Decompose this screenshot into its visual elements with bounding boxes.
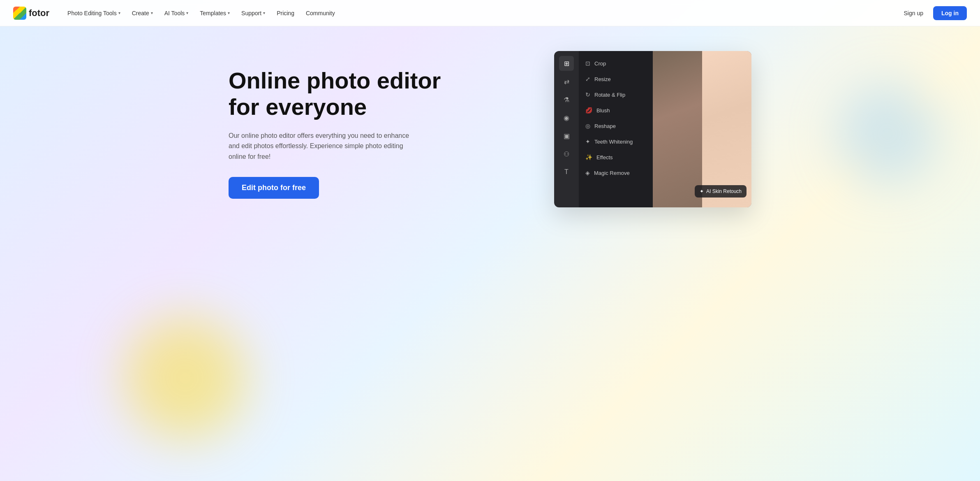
nav-item-templates[interactable]: Templates ▾ xyxy=(195,7,235,20)
logo-icon xyxy=(13,7,26,20)
tool-label: Rotate & Flip xyxy=(594,92,625,98)
tool-magic-remove[interactable]: ◈Magic Remove xyxy=(579,165,653,180)
sidebar-icon-eye[interactable]: ◉ xyxy=(559,110,574,125)
tool-icon: ✦ xyxy=(585,138,590,145)
navbar: fotor Photo Editing Tools ▾Create ▾AI To… xyxy=(0,0,980,26)
ai-skin-retouch-badge: ✦ AI Skin Retouch xyxy=(695,185,747,198)
signup-button[interactable]: Sign up xyxy=(899,7,928,20)
sidebar-icon-flask[interactable]: ⚗ xyxy=(559,92,574,107)
tool-icon: ◎ xyxy=(585,123,590,129)
nav-item-community[interactable]: Community xyxy=(301,7,340,20)
nav-items: Photo Editing Tools ▾Create ▾AI Tools ▾T… xyxy=(62,7,899,20)
tool-label: Blush xyxy=(596,107,610,114)
sidebar-icon-grid[interactable]: ⊞ xyxy=(559,56,574,71)
nav-right: Sign up Log in xyxy=(899,6,967,20)
tool-icon: ◈ xyxy=(585,170,590,176)
tool-label: Effects xyxy=(596,154,613,160)
tool-blush[interactable]: 💋Blush xyxy=(579,103,653,118)
editor-mockup: ⊞ ⇄ ⚗ ◉ ▣ ⚇ T ⊡Crop⤢Resize↻Rotate & Flip… xyxy=(554,51,751,207)
tool-effects[interactable]: ✨Effects xyxy=(579,150,653,165)
tool-label: Reshape xyxy=(594,123,616,129)
chevron-down-icon: ▾ xyxy=(118,11,120,15)
hero-title: Online photo editor for everyone xyxy=(229,67,442,121)
chevron-down-icon: ▾ xyxy=(228,11,230,15)
hero-right: ⊞ ⇄ ⚗ ◉ ▣ ⚇ T ⊡Crop⤢Resize↻Rotate & Flip… xyxy=(459,51,751,207)
hero-description: Our online photo editor offers everythin… xyxy=(229,130,409,162)
edit-photo-cta[interactable]: Edit photo for free xyxy=(229,177,319,199)
login-button[interactable]: Log in xyxy=(933,6,967,20)
logo-text: fotor xyxy=(29,8,49,19)
chevron-down-icon: ▾ xyxy=(186,11,188,15)
tool-icon: ✨ xyxy=(585,154,592,160)
nav-item-photo-editing-tools[interactable]: Photo Editing Tools ▾ xyxy=(62,7,125,20)
tool-teeth-whitening[interactable]: ✦Teeth Whitening xyxy=(579,134,653,149)
chevron-down-icon: ▾ xyxy=(151,11,153,15)
nav-item-support[interactable]: Support ▾ xyxy=(236,7,270,20)
tool-reshape[interactable]: ◎Reshape xyxy=(579,119,653,133)
logo[interactable]: fotor xyxy=(13,7,49,20)
editor-sidebar: ⊞ ⇄ ⚗ ◉ ▣ ⚇ T xyxy=(554,51,579,207)
tool-label: Resize xyxy=(594,76,611,82)
editor-tools-panel: ⊡Crop⤢Resize↻Rotate & Flip💋Blush◎Reshape… xyxy=(579,51,653,207)
hero-left: Online photo editor for everyone Our onl… xyxy=(229,59,442,199)
tool-rotate-&-flip[interactable]: ↻Rotate & Flip xyxy=(579,87,653,102)
sidebar-icon-sliders[interactable]: ⇄ xyxy=(559,74,574,89)
sidebar-icon-text[interactable]: T xyxy=(559,165,574,179)
canvas-image xyxy=(653,51,751,207)
tool-crop[interactable]: ⊡Crop xyxy=(579,56,653,71)
tool-label: Crop xyxy=(594,60,606,67)
nav-item-ai-tools[interactable]: AI Tools ▾ xyxy=(159,7,194,20)
hero-section: Online photo editor for everyone Our onl… xyxy=(0,0,980,481)
ai-badge-icon: ✦ xyxy=(700,188,704,194)
blob-blue xyxy=(836,82,939,185)
face-after xyxy=(702,51,751,207)
tool-icon: 💋 xyxy=(585,107,592,114)
hero-inner: Online photo editor for everyone Our onl… xyxy=(202,26,778,224)
ai-badge-text: AI Skin Retouch xyxy=(706,188,742,194)
sidebar-icon-rect[interactable]: ▣ xyxy=(559,128,574,143)
editor-canvas: ✦ AI Skin Retouch xyxy=(653,51,751,207)
nav-item-pricing[interactable]: Pricing xyxy=(272,7,299,20)
tool-label: Magic Remove xyxy=(594,170,630,176)
sidebar-icon-people[interactable]: ⚇ xyxy=(559,146,574,161)
tool-label: Teeth Whitening xyxy=(594,139,633,145)
tool-icon: ↻ xyxy=(585,91,590,98)
blob-yellow xyxy=(123,316,247,440)
tool-icon: ⤢ xyxy=(585,76,590,82)
nav-item-create[interactable]: Create ▾ xyxy=(127,7,158,20)
chevron-down-icon: ▾ xyxy=(263,11,265,15)
tool-icon: ⊡ xyxy=(585,60,590,67)
tool-resize[interactable]: ⤢Resize xyxy=(579,72,653,86)
face-before xyxy=(653,51,702,207)
